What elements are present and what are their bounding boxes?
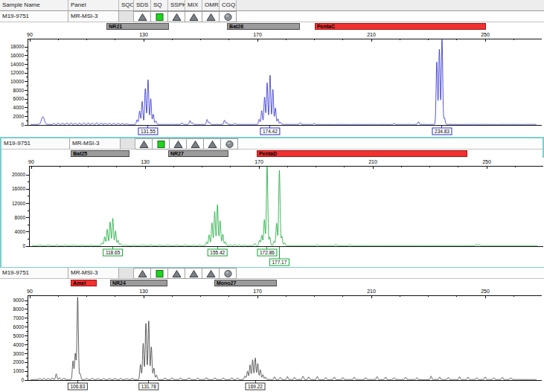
- trace-channel-2: [32, 167, 538, 245]
- green-square-icon: [155, 13, 164, 22]
- x-tick-label: 170: [255, 159, 263, 164]
- peak-size-label: 172.86: [260, 250, 275, 255]
- sds-flag-cell[interactable]: [134, 11, 151, 22]
- sample-pane-3[interactable]: M19-9751MR-MSI-3AmelNR24Mono279013017021…: [0, 268, 544, 392]
- triangle-icon: [208, 140, 217, 149]
- marker-range-mono27[interactable]: Mono27: [214, 280, 277, 286]
- sample-row[interactable]: M19-9751MR-MSI-3: [0, 11, 544, 22]
- y-tick-label: 0: [21, 377, 24, 382]
- cgq-flag-cell[interactable]: [220, 268, 237, 279]
- triangle-icon: [138, 269, 147, 278]
- panel-name-cell[interactable]: MR-MSI-3: [70, 138, 121, 150]
- x-tick-label: 130: [139, 32, 148, 37]
- marker-range-pentad[interactable]: PentaD: [257, 150, 467, 157]
- marker-range-nr24[interactable]: NR24: [110, 280, 167, 286]
- sspk-flag-cell[interactable]: [170, 138, 187, 150]
- sphere-icon: [223, 269, 233, 278]
- triangle-icon: [172, 269, 182, 278]
- peak-size-label: 118.65: [106, 250, 121, 255]
- y-tick-label: 4000: [13, 105, 25, 110]
- sample-name-cell[interactable]: M19-9751: [0, 268, 68, 279]
- mix-flag-cell[interactable]: [187, 138, 204, 150]
- sspk-flag-cell[interactable]: [168, 268, 185, 279]
- column-header-sqo: SQO: [119, 0, 134, 10]
- column-header-omr: OMR: [202, 0, 220, 10]
- omr-flag-cell[interactable]: [204, 138, 221, 150]
- x-tick-label: 250: [482, 159, 491, 164]
- samples-plot-window: Sample Name Panel SQO SDS SQ SSPK MIX OM…: [0, 0, 544, 392]
- cgq-flag-cell[interactable]: [221, 138, 238, 150]
- x-tick-label: 210: [368, 159, 377, 164]
- marker-bar-row: AmelNR24Mono27: [0, 279, 544, 287]
- omr-flag-cell[interactable]: [202, 11, 220, 22]
- row-filler: [237, 268, 544, 279]
- y-tick-label: 16000: [12, 186, 25, 191]
- marker-range-nr27[interactable]: NR27: [168, 150, 228, 157]
- electropherogram-plot-1[interactable]: 9013017021025002000400060008000100001200…: [0, 30, 544, 137]
- x-tick-label: 130: [141, 159, 150, 164]
- sample-pane-2-selected[interactable]: M19-9751MR-MSI-3Bat25NR27PentaD901301702…: [0, 137, 544, 269]
- panel-name-cell[interactable]: MR-MSI-3: [68, 11, 119, 22]
- green-square-icon: [155, 269, 164, 278]
- column-header-panel: Panel: [68, 0, 119, 10]
- sqo-flag-cell[interactable]: [119, 11, 134, 22]
- electropherogram-plot-2[interactable]: 9013017021025004000800012000160002000011…: [1, 158, 544, 267]
- sq-flag-cell[interactable]: [151, 11, 168, 22]
- y-tick-label: 18000: [10, 44, 24, 49]
- y-tick-label: 2000: [13, 359, 25, 364]
- peak-size-label: 174.42: [263, 129, 278, 134]
- y-tick-label: 20000: [12, 172, 25, 177]
- x-tick-label: 130: [139, 289, 148, 294]
- sample-pane-1[interactable]: M19-9751MR-MSI-3NR21Bat26PentaC901301702…: [0, 11, 544, 137]
- omr-flag-cell[interactable]: [202, 268, 220, 279]
- sample-row[interactable]: M19-9751MR-MSI-3: [0, 268, 544, 279]
- triangle-icon: [139, 140, 149, 149]
- marker-range-nr21[interactable]: NR21: [106, 23, 169, 30]
- marker-bar-row: Bat25NR27PentaD: [1, 150, 543, 158]
- y-tick-label: 6000: [13, 324, 25, 330]
- y-tick-label: 8000: [13, 88, 25, 93]
- mix-flag-cell[interactable]: [185, 11, 202, 22]
- peak-size-label: 169.22: [248, 384, 263, 389]
- triangle-icon: [138, 13, 147, 22]
- panel-name-cell[interactable]: MR-MSI-3: [68, 268, 119, 279]
- marker-range-bat25[interactable]: Bat25: [71, 150, 129, 157]
- y-tick-label: 10000: [10, 79, 24, 84]
- marker-range-amel[interactable]: Amel: [71, 280, 97, 286]
- y-tick-label: 14000: [10, 62, 24, 67]
- y-tick-label: 0: [21, 122, 24, 127]
- y-tick-label: 8000: [15, 215, 26, 220]
- electropherogram-plot-3[interactable]: 9013017021025001000200030004000500060007…: [0, 287, 544, 392]
- green-square-icon: [156, 140, 166, 149]
- marker-range-bat26[interactable]: Bat26: [227, 23, 300, 30]
- sqo-flag-cell[interactable]: [119, 268, 134, 279]
- sq-flag-cell[interactable]: [153, 138, 170, 150]
- y-tick-label: 12000: [12, 201, 25, 206]
- cgq-flag-cell[interactable]: [220, 11, 237, 22]
- x-tick-label: 90: [27, 289, 33, 294]
- marker-range-pentac[interactable]: PentaC: [315, 23, 486, 30]
- peak-size-label: 131.55: [141, 129, 156, 134]
- mix-flag-cell[interactable]: [185, 268, 202, 279]
- sample-row[interactable]: M19-9751MR-MSI-3: [1, 138, 543, 150]
- sds-flag-cell[interactable]: [135, 138, 153, 150]
- sample-name-cell[interactable]: M19-9751: [0, 11, 68, 22]
- trace-channel-3: [31, 298, 537, 380]
- y-tick-label: 2000: [13, 114, 25, 119]
- sds-flag-cell[interactable]: [134, 268, 151, 279]
- table-header: Sample Name Panel SQO SDS SQ SSPK MIX OM…: [0, 0, 544, 11]
- triangle-icon: [173, 140, 183, 149]
- y-tick-label: 9000: [13, 298, 25, 303]
- sphere-icon: [223, 13, 233, 22]
- x-tick-label: 90: [28, 159, 34, 164]
- sq-flag-cell[interactable]: [151, 268, 168, 279]
- sqo-flag-cell[interactable]: [121, 138, 135, 150]
- column-header-sq: SQ: [151, 0, 168, 10]
- trace-channel-1: [31, 39, 537, 124]
- sample-name-cell[interactable]: M19-9751: [1, 138, 70, 150]
- x-tick-label: 170: [253, 289, 262, 294]
- column-header-cgq: CGQ: [220, 0, 237, 10]
- y-tick-label: 5000: [13, 333, 25, 338]
- sspk-flag-cell[interactable]: [168, 11, 185, 22]
- y-tick-label: 7000: [13, 315, 25, 321]
